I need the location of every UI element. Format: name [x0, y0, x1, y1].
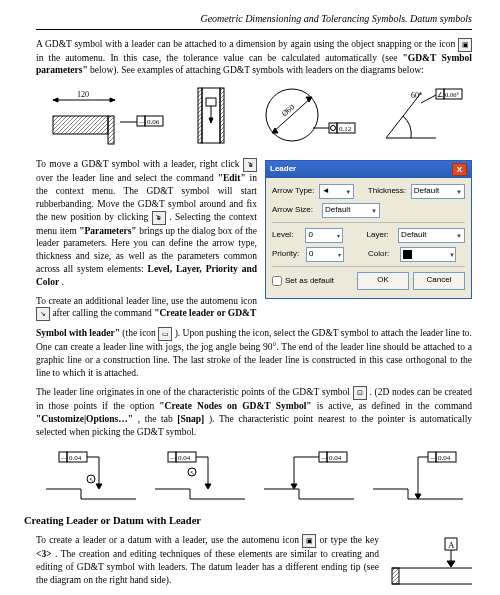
diagram-leader-3: — 0.04 [259, 444, 359, 504]
text-bold: "Customize|Options…" [36, 414, 133, 424]
close-icon[interactable]: X [452, 163, 467, 176]
text-bold: [Snap] [177, 414, 204, 424]
automenu-icon: ▣ [458, 38, 472, 52]
diagram-shaft [184, 83, 239, 148]
mouse-left-icon: 🖱 [152, 211, 166, 225]
text: To create a leader or a datum with a lea… [36, 536, 302, 546]
cancel-button[interactable]: Cancel [413, 272, 465, 290]
text: The leader line originates in one of the… [36, 387, 353, 397]
svg-text:A: A [448, 540, 455, 550]
diagram-leader-2: — 0.04 ↖ [150, 444, 250, 504]
text: . The creation and editing techniques of… [36, 549, 379, 585]
figure-row-2: — 0.04 ↖ — 0.04 ↖ — 0.04 — 0.04 [36, 444, 472, 504]
thickness-combo[interactable]: Default▼ [411, 184, 465, 199]
svg-rect-10 [206, 98, 216, 106]
svg-point-16 [331, 126, 336, 131]
layer-label: Layer: [367, 230, 395, 241]
set-default-checkbox[interactable]: Set as default [272, 276, 334, 287]
arrow-type-label: Arrow Type: [272, 186, 315, 197]
text: (the icon [122, 329, 158, 339]
arrow-size-label: Arrow Size: [272, 205, 318, 216]
svg-rect-0 [53, 116, 108, 134]
text: below). See examples of attaching GD&T s… [90, 65, 424, 75]
datum-leader-icon: ▣ [302, 534, 316, 548]
svg-rect-8 [198, 88, 202, 143]
diagram-leader-4: — 0.04 [368, 444, 468, 504]
svg-text:0.04: 0.04 [69, 454, 82, 462]
diagram-angle: 60° ∠ 0.06° [381, 83, 463, 148]
layer-combo[interactable]: Default▼ [398, 228, 465, 243]
text: To move a GD&T symbol with a leader, rig… [36, 159, 243, 169]
paragraph-4: Symbol with leader" (the icon ▭ ). Upon … [36, 327, 472, 379]
ok-button[interactable]: OK [357, 272, 409, 290]
section-heading: Creating Leader or Datum with Leader [24, 514, 472, 528]
svg-text:∠: ∠ [437, 91, 443, 99]
text: , the tab [138, 414, 178, 424]
mouse-right-icon: 🖱 [243, 158, 257, 172]
text-bold: <3> [36, 549, 52, 559]
svg-text:↖: ↖ [89, 477, 94, 483]
tol-012: 0.12 [339, 125, 352, 133]
color-combo[interactable]: ▼ [400, 247, 456, 262]
svg-text:—: — [320, 454, 329, 462]
svg-text:0.04: 0.04 [438, 454, 451, 462]
text: after calling the command [52, 309, 154, 319]
paragraph-1: A GD&T symbol with a leader can be attac… [36, 38, 472, 78]
text-bold: "Edit" [218, 173, 246, 183]
tol-006: 0.06 [147, 118, 160, 126]
svg-text:—: — [429, 454, 438, 462]
dim-120: 120 [77, 90, 89, 99]
node-icon: ⊡ [353, 386, 367, 400]
tol-006deg: 0.06° [445, 91, 459, 98]
text-bold: "Create Nodes on GD&T Symbol" [159, 401, 311, 411]
svg-text:0.04: 0.04 [178, 454, 191, 462]
text: A GD&T symbol with a leader can be attac… [36, 39, 458, 49]
diagram-datum: A [387, 536, 472, 591]
text: is active, as defined in the command [317, 401, 472, 411]
arrow-size-combo[interactable]: Default▼ [322, 203, 380, 218]
dialog-titlebar: Leader X [266, 161, 471, 178]
text: To create an additional leader line, use… [36, 296, 257, 306]
svg-rect-1 [108, 116, 114, 144]
leader-icon: ↘ [36, 307, 50, 321]
priority-spinner[interactable]: 0▾ [306, 247, 344, 262]
dialog-title-text: Leader [270, 164, 296, 175]
svg-line-20 [421, 95, 436, 103]
svg-text:0.04: 0.04 [329, 454, 342, 462]
diagram-circle: Ø60 0.12 [257, 83, 362, 148]
svg-rect-69 [392, 568, 399, 584]
arrow-type-combo[interactable]: ◄▼ [319, 184, 355, 199]
gdt-leader-icon: ▭ [158, 327, 172, 341]
svg-text:—: — [138, 118, 147, 126]
leader-dialog: Leader X Arrow Type: ◄▼ Thickness: Defau… [265, 160, 472, 299]
level-label: Level: [272, 230, 301, 241]
svg-text:—: — [60, 454, 69, 462]
angle-60: 60° [411, 91, 422, 100]
text: or type the key [320, 536, 379, 546]
text-bold: "Parameters" [79, 226, 137, 236]
svg-line-13 [272, 97, 312, 133]
paragraph-5: The leader line originates in one of the… [36, 386, 472, 438]
dia-label: Ø60 [280, 103, 296, 119]
figure-row-1: 120 — 0.06 Ø60 0.12 [36, 83, 472, 148]
svg-text:↖: ↖ [190, 470, 195, 476]
diagram-corner: 120 — 0.06 [45, 86, 165, 146]
text: over the leader line and select the comm… [36, 173, 218, 183]
thickness-label: Thickness: [368, 186, 407, 197]
text: in the automenu. In this case, the toler… [36, 53, 403, 63]
text-bold: Symbol with leader" [36, 329, 120, 339]
color-label: Color: [368, 249, 396, 260]
diagram-leader-1: — 0.04 ↖ [41, 444, 141, 504]
text: . [62, 277, 64, 287]
svg-rect-9 [220, 88, 224, 143]
page-header: Geometric Dimensioning and Tolerancing S… [36, 12, 472, 30]
text-bold: "Create leader or GD&T [154, 309, 256, 319]
level-spinner[interactable]: 0▾ [305, 228, 342, 243]
svg-text:—: — [169, 454, 178, 462]
priority-label: Priority: [272, 249, 302, 260]
